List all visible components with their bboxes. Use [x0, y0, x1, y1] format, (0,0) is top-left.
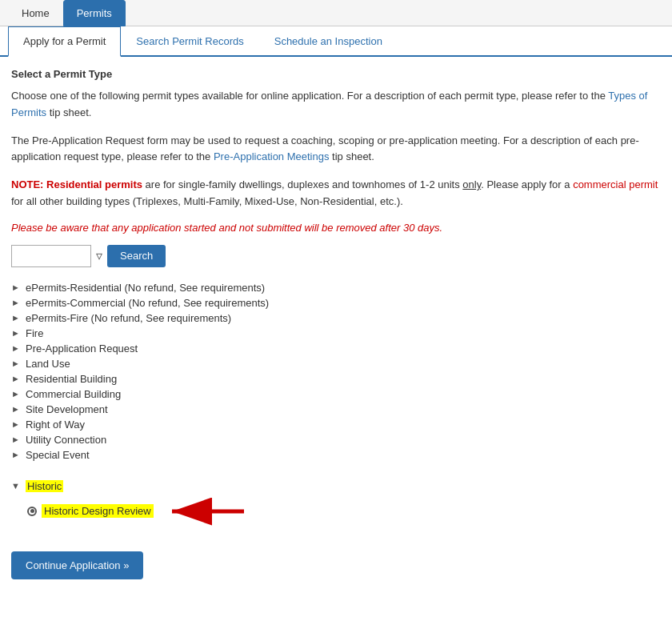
continue-button[interactable]: Continue Application » — [11, 551, 143, 579]
sub-tab-apply[interactable]: Apply for a Permit — [8, 26, 121, 57]
desc1-end: tip sheet. — [46, 106, 91, 118]
historic-design-review-label: Historic Design Review — [42, 504, 154, 518]
list-item[interactable]: ► ePermits-Fire (No refund, See requirem… — [11, 310, 661, 326]
sub-tab-search[interactable]: Search Permit Records — [121, 26, 258, 57]
expand-icon: ► — [11, 450, 22, 459]
list-item[interactable]: ► Pre-Application Request — [11, 341, 661, 356]
list-item[interactable]: ► Site Development — [11, 402, 661, 417]
historic-label: Historic — [26, 480, 63, 492]
list-item[interactable]: ► Land Use — [11, 356, 661, 371]
list-item[interactable]: ► ePermits-Residential (No refund, See r… — [11, 280, 661, 295]
expand-icon: ► — [11, 389, 22, 399]
note-residential: Residential permits — [46, 178, 142, 190]
historic-design-review-item[interactable]: Historic Design Review — [27, 503, 154, 519]
description-2: The Pre-Application Request form may be … — [11, 133, 661, 166]
expand-icon: ► — [11, 359, 22, 368]
collapse-icon: ▼ — [11, 481, 22, 491]
list-item[interactable]: ► ePermits-Commercial (No refund, See re… — [11, 295, 661, 310]
expand-icon: ► — [11, 328, 22, 338]
list-item[interactable]: ► Utility Connection — [11, 432, 661, 447]
expand-icon: ► — [11, 374, 22, 383]
continue-section: Continue Application » — [11, 543, 661, 579]
warning-text: Please be aware that any application sta… — [11, 222, 661, 234]
list-item[interactable]: ► Right of Way — [11, 417, 661, 432]
list-item[interactable]: ► Special Event — [11, 447, 661, 463]
filter-icon[interactable]: ▿ — [96, 248, 102, 263]
historic-sub-items: Historic Design Review — [11, 495, 661, 527]
list-item[interactable]: ► Commercial Building — [11, 387, 661, 402]
expand-icon: ► — [11, 343, 22, 353]
radio-button[interactable] — [27, 507, 37, 516]
note-middle: are for single-family dwellings, duplexe… — [142, 178, 462, 190]
red-arrow-annotation — [160, 495, 248, 527]
sub-tab-inspection[interactable]: Schedule an Inspection — [259, 26, 398, 57]
note-text: NOTE: Residential permits are for single… — [11, 177, 661, 210]
desc1-text: Choose one of the following permit types… — [11, 90, 608, 102]
nav-bar: Home Permits — [0, 0, 672, 26]
note-only: only — [462, 178, 481, 190]
desc2-end: tip sheet. — [329, 150, 374, 162]
search-input[interactable] — [11, 245, 91, 267]
expand-icon: ► — [11, 282, 22, 292]
expand-icon: ► — [11, 313, 22, 323]
search-button[interactable]: Search — [107, 245, 166, 267]
historic-header[interactable]: ▼ Historic — [11, 479, 661, 494]
arrow-container: Historic Design Review — [27, 495, 661, 527]
note-final: for all other building types (Triplexes,… — [11, 195, 403, 207]
note-commercial: commercial permit — [573, 178, 658, 190]
note-prefix: NOTE: — [11, 178, 46, 190]
nav-tab-home[interactable]: Home — [8, 0, 63, 26]
description-1: Choose one of the following permit types… — [11, 88, 661, 122]
permit-list: ► ePermits-Residential (No refund, See r… — [11, 280, 661, 463]
note-end: . Please apply for a — [481, 178, 573, 190]
nav-tab-permits[interactable]: Permits — [63, 0, 126, 26]
historic-group: ▼ Historic Historic Design Review — [11, 479, 661, 527]
expand-icon: ► — [11, 298, 22, 307]
expand-icon: ► — [11, 404, 22, 414]
search-bar: ▿ Search — [11, 245, 661, 267]
section-title: Select a Permit Type — [11, 68, 661, 80]
sub-nav: Apply for a Permit Search Permit Records… — [0, 26, 672, 57]
expand-icon: ► — [11, 419, 22, 429]
preapp-meetings-link[interactable]: Pre-Application Meetings — [214, 150, 330, 162]
expand-icon: ► — [11, 435, 22, 444]
main-content: Select a Permit Type Choose one of the f… — [0, 57, 672, 591]
list-item[interactable]: ► Residential Building — [11, 371, 661, 387]
list-item[interactable]: ► Fire — [11, 326, 661, 341]
